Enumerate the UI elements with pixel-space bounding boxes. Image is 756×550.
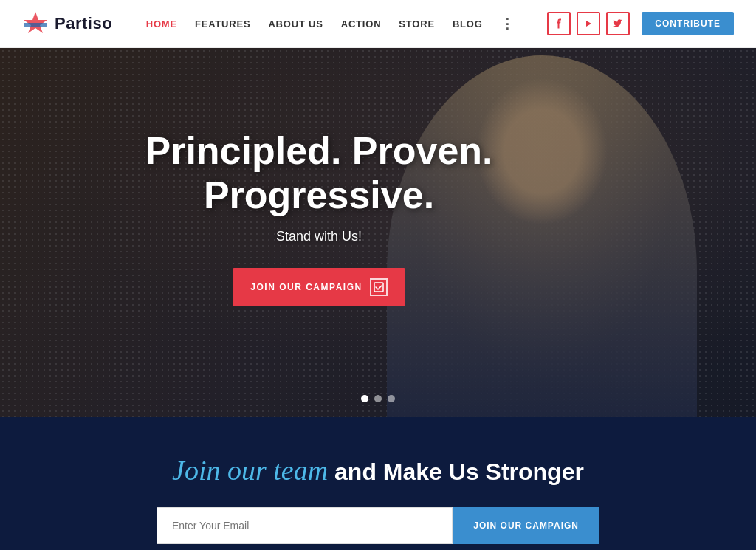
facebook-btn[interactable]: [547, 12, 571, 35]
nav-action[interactable]: ACTION: [341, 18, 382, 30]
hero-slide-indicators: [361, 395, 395, 402]
slide-indicator-3[interactable]: [388, 395, 395, 402]
slide-indicator-2[interactable]: [374, 395, 382, 402]
facebook-icon: [554, 18, 564, 29]
join-heading: Join our team and Make Us Stronger: [172, 454, 584, 487]
join-heading-script: Join our team: [172, 455, 328, 486]
join-section: Join our team and Make Us Stronger JOIN …: [0, 417, 756, 550]
twitter-btn[interactable]: [606, 12, 630, 35]
hero-section: Principled. Proven. Progressive. Stand w…: [0, 48, 756, 417]
youtube-btn[interactable]: [577, 12, 600, 35]
nav-blog[interactable]: BLOG: [453, 18, 483, 30]
hero-cta-label: JOIN OUR CAMPAIGN: [250, 282, 362, 292]
logo-icon: [22, 10, 49, 37]
hero-subtext: Stand with Us!: [276, 229, 362, 244]
join-form: JOIN OUR CAMPAIGN: [157, 507, 599, 544]
main-nav: HOME FEATURES ABOUT US ACTION STORE BLOG…: [146, 16, 514, 32]
hero-headline: Principled. Proven. Progressive.: [30, 129, 608, 218]
nav-home[interactable]: HOME: [146, 18, 177, 30]
hero-content: Principled. Proven. Progressive. Stand w…: [0, 48, 756, 417]
logo[interactable]: Partiso: [22, 10, 112, 37]
twitter-icon: [613, 18, 623, 29]
nav-about[interactable]: ABOUT US: [268, 18, 323, 30]
header: Partiso HOME FEATURES ABOUT US ACTION ST…: [0, 0, 756, 48]
hero-cta-button[interactable]: JOIN OUR CAMPAIGN: [233, 268, 405, 306]
svg-rect-1: [24, 23, 47, 27]
join-heading-bold: and Make Us Stronger: [334, 458, 584, 485]
youtube-icon: [583, 18, 594, 29]
brand-name: Partiso: [55, 14, 112, 33]
slide-indicator-1[interactable]: [361, 395, 368, 402]
svg-marker-2: [586, 21, 591, 27]
join-submit-button[interactable]: JOIN OUR CAMPAIGN: [453, 507, 599, 544]
nav-more-icon[interactable]: ⋮: [501, 16, 514, 32]
header-right: CONTRIBUTE: [547, 12, 734, 35]
contribute-button[interactable]: CONTRIBUTE: [642, 12, 734, 35]
nav-store[interactable]: STORE: [399, 18, 435, 30]
nav-features[interactable]: FEATURES: [195, 18, 251, 30]
svg-marker-0: [24, 12, 47, 33]
email-input[interactable]: [157, 507, 453, 544]
hero-cta-icon: [370, 278, 388, 296]
